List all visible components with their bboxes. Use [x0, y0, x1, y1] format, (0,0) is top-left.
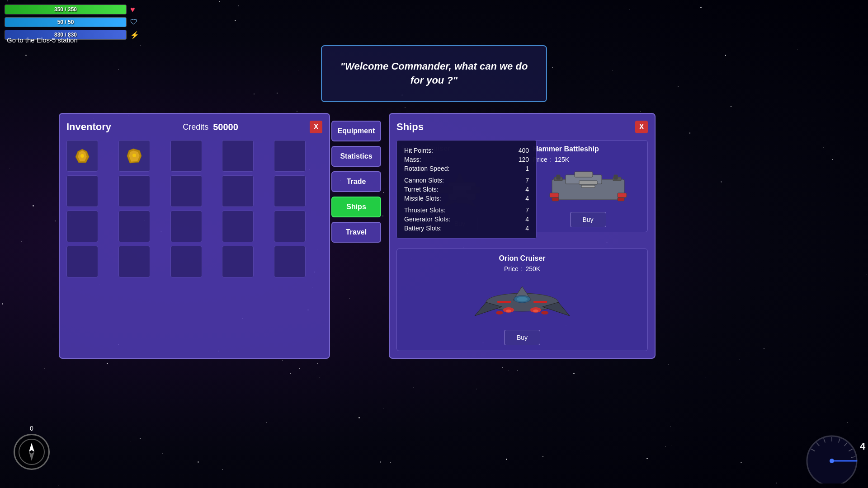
inventory-close-button[interactable]: X [310, 121, 322, 133]
shield-icon: 🛡 [130, 18, 137, 26]
thruster-slots-value: 7 [502, 206, 531, 215]
hit-points-label: Hit Points: [402, 146, 502, 155]
svg-point-40 [506, 310, 511, 312]
inventory-slot[interactable] [170, 211, 202, 242]
svg-rect-21 [614, 175, 618, 179]
rotation-speed-label: Rotation Speed: [402, 164, 502, 173]
rotation-speed-value: 1 [502, 164, 531, 173]
health-bar: 350 / 350 [5, 5, 127, 14]
hit-points-value: 400 [502, 146, 531, 155]
inventory-slot[interactable] [66, 211, 98, 242]
inventory-panel: Inventory Credits 50000 X [59, 113, 330, 359]
inventory-title: Inventory [66, 121, 111, 133]
travel-button[interactable]: Travel [331, 222, 381, 243]
statistics-button[interactable]: Statistics [331, 146, 381, 167]
inventory-slot[interactable] [66, 246, 98, 277]
shield-bar: 50 / 50 [5, 17, 127, 27]
generator-slots-value: 4 [502, 215, 531, 224]
svg-rect-27 [581, 185, 595, 188]
inventory-slot[interactable] [222, 211, 254, 242]
inventory-slot[interactable] [274, 175, 306, 207]
panels-container: Inventory Credits 50000 X [59, 113, 656, 359]
turret-slots-label: Turret Slots: [402, 185, 502, 194]
nav-buttons: Equipment Statistics Trade Ships Travel [331, 121, 381, 243]
heart-icon: ♥ [130, 5, 135, 14]
svg-point-38 [496, 311, 503, 314]
hammer-battleship-price: Price : 125K [533, 156, 643, 163]
hammer-battleship-image [533, 167, 643, 212]
compass-number: 0 [30, 425, 33, 432]
inventory-slot[interactable] [274, 140, 306, 172]
hammer-battleship-buy-button[interactable]: Buy [570, 212, 606, 227]
compass-circle [14, 434, 50, 470]
credits-label: Credits [183, 122, 208, 132]
inventory-header: Inventory Credits 50000 X [66, 121, 322, 133]
svg-point-55 [830, 459, 834, 463]
thruster-slots-label: Thruster Slots: [402, 206, 502, 215]
inventory-slot[interactable] [118, 140, 150, 172]
inventory-slot[interactable] [222, 246, 254, 277]
svg-rect-25 [618, 197, 624, 201]
cannon-slots-label: Cannon Slots: [402, 176, 502, 185]
item-nugget2-icon [125, 147, 143, 165]
equipment-button[interactable]: Equipment [331, 121, 381, 141]
cannon-slots-value: 7 [502, 176, 531, 185]
battery-slots-label: Battery Slots: [402, 224, 502, 233]
stats-tooltip: Hit Points: 400 Mass: 120 Rotation Speed… [396, 140, 537, 239]
orion-cruiser-price: Price : 250K [402, 265, 642, 272]
inventory-slot[interactable] [274, 246, 306, 277]
ships-title: Ships [396, 121, 424, 133]
svg-rect-22 [550, 193, 559, 197]
dialog-box: "Welcome Commander, what can we do for y… [321, 45, 547, 102]
inventory-grid [66, 140, 322, 277]
speed-number: 4 [860, 441, 866, 452]
ships-content: Hit Points: 400 Mass: 120 Rotation Speed… [396, 140, 648, 351]
quest-text: Go to the Elos-5 station [7, 36, 78, 44]
svg-rect-24 [552, 197, 559, 201]
speed-gauge: 4 [796, 425, 850, 479]
inventory-slot[interactable] [66, 140, 98, 172]
inventory-slot[interactable] [170, 140, 202, 172]
inventory-slot[interactable] [170, 175, 202, 207]
health-bar-label: 350 / 350 [54, 6, 77, 13]
inventory-slot[interactable] [222, 175, 254, 207]
hud-top: 350 / 350 ♥ 50 / 50 🛡 830 / 830 ⚡ [5, 5, 139, 40]
inventory-slot[interactable] [170, 246, 202, 277]
ships-close-button[interactable]: X [635, 121, 648, 133]
inventory-slot[interactable] [118, 175, 150, 207]
hammer-battleship-svg [543, 168, 633, 211]
speed-gauge-svg: 4 [796, 425, 868, 483]
shield-bar-label: 50 / 50 [57, 19, 74, 25]
dialog-text: "Welcome Commander, what can we do for y… [340, 61, 528, 86]
missile-slots-value: 4 [502, 194, 531, 203]
ships-panel: Ships X Hit Points: 400 Mass: 120 Rotat [389, 113, 656, 359]
ships-button[interactable]: Ships [331, 197, 381, 217]
inventory-slot[interactable] [118, 211, 150, 242]
hammer-battleship-card: Hammer Battleship Price : 125K [528, 140, 648, 232]
compass: 0 [14, 434, 50, 470]
svg-rect-35 [533, 301, 547, 303]
ships-header: Ships X [396, 121, 648, 133]
mass-value: 120 [502, 155, 531, 164]
battery-slots-value: 4 [502, 224, 531, 233]
inventory-slot[interactable] [274, 211, 306, 242]
svg-rect-23 [618, 193, 627, 197]
compass-arrow-icon [18, 438, 45, 465]
inventory-slot[interactable] [118, 246, 150, 277]
svg-rect-19 [557, 175, 560, 179]
inventory-slot[interactable] [66, 175, 98, 207]
svg-point-2 [80, 154, 84, 158]
orion-cruiser-svg [466, 277, 579, 327]
orion-cruiser-image [402, 276, 642, 328]
orion-cruiser-card: Orion Cruiser Price : 250K [396, 249, 648, 351]
mass-label: Mass: [402, 155, 502, 164]
trade-button[interactable]: Trade [331, 171, 381, 192]
credits-section: Credits 50000 [183, 122, 238, 132]
missile-slots-label: Missile Slots: [402, 194, 502, 203]
svg-point-5 [132, 154, 136, 157]
health-bar-row: 350 / 350 ♥ [5, 5, 139, 14]
orion-cruiser-buy-button[interactable]: Buy [504, 330, 540, 345]
item-nugget-icon [73, 147, 91, 165]
inventory-slot[interactable] [222, 140, 254, 172]
energy-icon: ⚡ [130, 31, 139, 39]
